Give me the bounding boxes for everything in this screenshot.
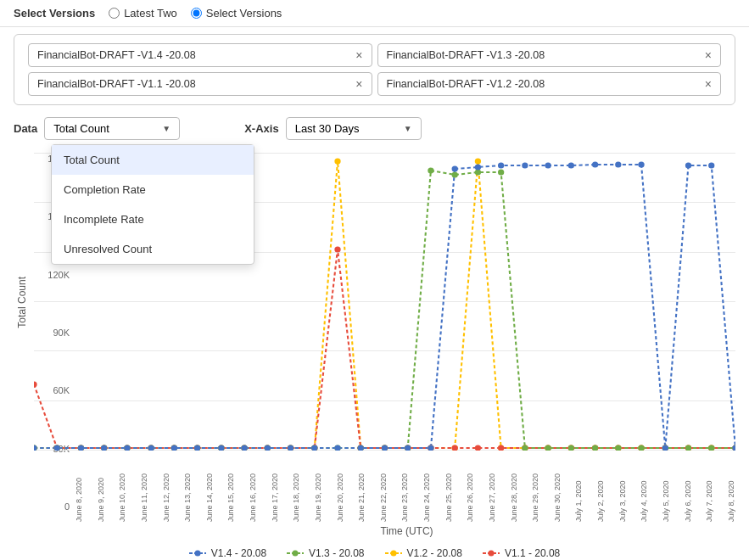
data-control-group: Data Total Count ▼: [14, 117, 180, 140]
data-dropdown-btn[interactable]: Total Count ▼: [44, 117, 180, 140]
svg-point-49: [452, 445, 458, 451]
version-tag-v1.1: FinancialBot-DRAFT -V1.1 -20.08 ×: [28, 72, 372, 96]
version-tag-v1.4-close[interactable]: ×: [355, 48, 362, 62]
svg-point-106: [334, 445, 340, 451]
x-tick-23: July 1, 2020: [574, 454, 583, 522]
svg-point-108: [382, 445, 388, 451]
x-tick-0: June 8, 2020: [75, 454, 83, 522]
legend-item-v1.3: V1.3 - 20.08: [287, 547, 364, 559]
xaxis-dropdown-arrow: ▼: [404, 124, 412, 133]
version-tag-v1.2: FinancialBot-DRAFT -V1.2 -20.08 ×: [377, 72, 722, 96]
svg-point-114: [522, 163, 528, 169]
svg-point-113: [498, 163, 504, 169]
xaxis-label: X-Axis: [244, 122, 278, 135]
version-tag-v1.3-label: FinancialBot-DRAFT -V1.3 -20.08: [387, 49, 545, 61]
svg-point-102: [241, 445, 247, 451]
select-versions-label: Select Versions: [206, 7, 282, 20]
v1.1-dots: [34, 247, 735, 451]
x-tick-24: July 2, 2020: [596, 454, 605, 522]
dropdown-item-total-count[interactable]: Total Count: [52, 145, 254, 175]
x-tick-16: June 24, 2020: [422, 454, 431, 522]
x-tick-27: July 5, 2020: [662, 454, 670, 522]
x-tick-19: June 27, 2020: [488, 454, 496, 522]
version-tag-v1.3-close[interactable]: ×: [705, 48, 712, 62]
dropdown-item-completion-rate[interactable]: Completion Rate: [52, 175, 254, 204]
version-tag-v1.2-close[interactable]: ×: [705, 77, 712, 91]
data-dropdown-arrow: ▼: [162, 124, 170, 133]
select-versions-radio[interactable]: [191, 8, 202, 19]
svg-point-98: [148, 445, 154, 451]
svg-point-87: [615, 445, 621, 451]
svg-point-112: [475, 165, 481, 171]
svg-point-88: [638, 445, 644, 451]
x-tick-30: July 8, 2020: [727, 454, 735, 522]
svg-point-123: [732, 445, 735, 451]
x-axis-title: Time (UTC): [78, 525, 735, 537]
svg-point-82: [498, 170, 504, 176]
legend-item-v1.4: V1.4 - 20.08: [189, 547, 266, 559]
version-tag-v1.3: FinancialBot-DRAFT -V1.3 -20.08 ×: [377, 43, 722, 67]
svg-point-131: [488, 551, 494, 557]
svg-point-96: [101, 445, 107, 451]
svg-point-84: [545, 445, 551, 451]
x-tick-6: June 14, 2020: [205, 454, 214, 522]
v1.1-line: [34, 249, 735, 448]
x-tick-14: June 22, 2020: [379, 454, 388, 522]
legend-item-v1.1: V1.1 - 20.08: [483, 547, 560, 559]
svg-point-50: [475, 445, 481, 451]
x-tick-18: June 26, 2020: [466, 454, 474, 522]
svg-point-118: [615, 162, 621, 168]
legend-label-v1.2: V1.2 - 20.08: [407, 547, 462, 559]
svg-point-81: [475, 170, 481, 176]
version-tag-v1.4-label: FinancialBot-DRAFT -V1.4 -20.08: [37, 49, 196, 61]
y-tick-0: 0: [64, 501, 70, 512]
x-tick-28: July 6, 2020: [684, 454, 692, 522]
svg-point-19: [475, 159, 481, 165]
y-axis-label: Total Count: [14, 277, 31, 328]
svg-point-103: [265, 445, 271, 451]
x-tick-15: June 23, 2020: [400, 454, 409, 522]
version-tag-v1.2-label: FinancialBot-DRAFT -V1.2 -20.08: [387, 78, 545, 90]
legend: V1.4 - 20.08 V1.3 - 20.08 V1.2 - 20.08 V…: [0, 537, 749, 560]
svg-point-51: [498, 445, 504, 451]
svg-point-93: [34, 445, 37, 451]
legend-label-v1.4: V1.4 - 20.08: [211, 547, 266, 559]
x-tick-26: July 4, 2020: [640, 454, 648, 522]
controls-row: Data Total Count ▼ X-Axis Last 30 Days ▼…: [0, 112, 749, 145]
legend-line-v1.1-icon: [483, 549, 500, 557]
xaxis-control-group: X-Axis Last 30 Days ▼: [244, 117, 421, 140]
svg-point-109: [405, 445, 411, 451]
svg-point-120: [662, 445, 668, 451]
legend-line-v1.2-icon: [385, 549, 402, 557]
svg-point-80: [452, 172, 458, 178]
svg-point-107: [358, 445, 364, 451]
version-tag-v1.4: FinancialBot-DRAFT -V1.4 -20.08 ×: [28, 43, 372, 67]
xaxis-dropdown-value: Last 30 Days: [295, 122, 360, 135]
latest-two-radio[interactable]: [109, 8, 120, 19]
x-tick-20: June 28, 2020: [510, 454, 518, 522]
x-tick-17: June 25, 2020: [444, 454, 453, 522]
x-tick-10: June 18, 2020: [292, 454, 300, 522]
dropdown-item-incomplete-rate[interactable]: Incomplete Rate: [52, 204, 254, 234]
x-tick-29: July 7, 2020: [705, 454, 713, 522]
select-versions-option[interactable]: Select Versions: [191, 7, 282, 20]
latest-two-option[interactable]: Latest Two: [109, 7, 177, 20]
version-tag-v1.1-close[interactable]: ×: [355, 77, 362, 91]
x-tick-9: June 17, 2020: [271, 454, 279, 522]
xaxis-dropdown-btn[interactable]: Last 30 Days ▼: [286, 117, 422, 140]
svg-point-83: [522, 445, 528, 451]
svg-point-101: [218, 445, 224, 451]
svg-point-97: [124, 445, 130, 451]
svg-point-111: [452, 166, 458, 172]
x-tick-7: June 15, 2020: [226, 454, 235, 522]
svg-point-99: [171, 445, 177, 451]
dropdown-item-unresolved-count[interactable]: Unresolved Count: [52, 234, 254, 264]
svg-point-116: [568, 163, 574, 169]
legend-line-v1.4-icon: [189, 549, 206, 557]
svg-point-110: [428, 445, 433, 451]
x-axis-labels: June 8, 2020 June 9, 2020 June 10, 2020 …: [75, 451, 735, 522]
svg-point-86: [592, 445, 598, 451]
x-tick-11: June 19, 2020: [314, 454, 322, 522]
x-tick-21: June 29, 2020: [531, 454, 539, 522]
version-tags-container: FinancialBot-DRAFT -V1.4 -20.08 × Financ…: [14, 34, 735, 105]
